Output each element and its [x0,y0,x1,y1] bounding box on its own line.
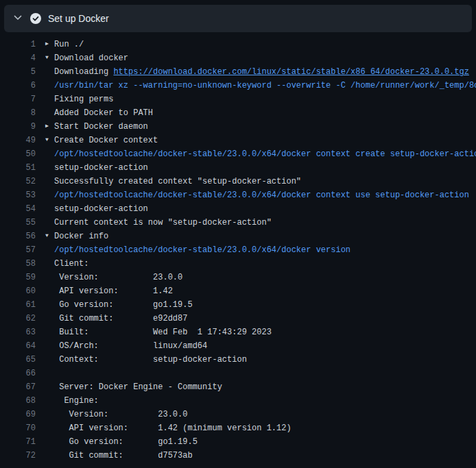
log-line: 67 Server: Docker Engine - Community [3,380,476,394]
line-number[interactable]: 69 [3,408,36,421]
log-text: Client: [36,257,476,271]
log-text: Version: 23.0.0 [36,271,476,284]
step-header-row[interactable]: Set up Docker [4,5,472,32]
log-text: Server: Docker Engine - Community [36,380,476,394]
log-line: 60 API version: 1.42 [3,284,476,298]
line-number[interactable]: 63 [3,325,36,339]
log-text-segment: API version: 1.42 (minimum version 1.12) [54,423,291,433]
line-number[interactable]: 5 [3,65,36,79]
log-line: 63 Built: Wed Feb 1 17:43:29 2023 [3,325,476,339]
log-text: Git commit: e92dd87 [36,312,476,325]
log-text-segment: setup-docker-action [54,204,148,214]
chevron-down-icon [12,12,23,25]
line-number[interactable]: 68 [3,394,36,408]
line-number[interactable]: 54 [3,202,36,216]
line-number[interactable]: 53 [3,188,36,202]
line-number[interactable]: 71 [3,435,36,449]
line-number[interactable]: 56 [3,230,36,243]
line-number[interactable]: 4 [3,51,36,65]
line-number[interactable]: 66 [3,367,36,380]
log-text: Downloading https://download.docker.com/… [36,65,476,79]
log-line: 50/opt/hostedtoolcache/docker-stable/23.… [3,147,476,161]
log-text-segment: Start Docker daemon [54,122,148,132]
log-command: /usr/bin/tar xz --warning=no-unknown-key… [54,81,476,90]
line-number[interactable]: 65 [3,353,36,367]
group-expanded-chevron-icon[interactable]: ▼ [45,134,54,147]
log-text: API version: 1.42 [36,284,476,298]
log-line: 62 Git commit: e92dd87 [3,312,476,325]
log-text: Go version: go1.19.5 [36,435,476,449]
line-number[interactable]: 55 [3,216,36,230]
log-line: 8Added Docker to PATH [3,106,476,120]
log-text: Current context is now "setup-docker-act… [36,216,476,230]
log-group-title[interactable]: ▶Run ./ [36,38,476,51]
log-scroll-area[interactable]: 1▶Run ./4▼Download docker5Downloading ht… [0,38,476,468]
log-text: Git commit: d7573ab [36,449,476,463]
log-link[interactable]: https://download.docker.com/linux/static… [113,67,468,77]
check-circle-icon [30,13,41,24]
line-number[interactable]: 58 [3,257,36,271]
log-text: Built: Wed Feb 1 17:43:29 2023 [36,325,476,339]
line-number[interactable]: 6 [3,79,36,93]
log-line: 64 OS/Arch: linux/amd64 [3,339,476,353]
line-number[interactable]: 60 [3,284,36,298]
log-text-segment: Git commit: d7573ab [54,451,193,460]
line-number[interactable]: 1 [3,38,36,51]
line-number[interactable]: 49 [3,134,36,147]
log-text [36,367,476,380]
log-line: 55Current context is now "setup-docker-a… [3,216,476,230]
log-text-segment: Engine: [54,396,99,406]
line-number[interactable]: 59 [3,271,36,284]
log-line: 7Fixing perms [3,93,476,106]
log-line: 54setup-docker-action [3,202,476,216]
line-number[interactable]: 67 [3,380,36,394]
group-expanded-chevron-icon[interactable]: ▼ [45,51,54,64]
group-collapsed-chevron-icon[interactable]: ▶ [45,38,54,51]
log-group-title[interactable]: ▼Download docker [36,51,476,65]
line-number[interactable]: 51 [3,161,36,175]
log-command: /opt/hostedtoolcache/docker-stable/23.0.… [54,190,469,200]
log-line: 1▶Run ./ [3,38,476,51]
log-text: /opt/hostedtoolcache/docker-stable/23.0.… [36,243,476,257]
log-text-segment: Go version: go1.19.5 [54,300,193,310]
line-number[interactable]: 72 [3,449,36,463]
line-number[interactable]: 62 [3,312,36,325]
line-number[interactable]: 57 [3,243,36,257]
log-line: 68 Engine: [3,394,476,408]
log-line: 4▼Download docker [3,51,476,65]
line-number[interactable]: 7 [3,93,36,106]
line-number[interactable]: 70 [3,421,36,435]
log-text: setup-docker-action [36,161,476,175]
log-text: OS/Arch: linux/amd64 [36,339,476,353]
log-text: /opt/hostedtoolcache/docker-stable/23.0.… [36,188,476,202]
log-line: 58Client: [3,257,476,271]
collapse-step-button[interactable] [12,13,23,24]
log-line: 69 Version: 23.0.0 [3,408,476,421]
line-number[interactable]: 9 [3,120,36,134]
log-line: 9▶Start Docker daemon [3,120,476,134]
log-line: 52Successfully created context "setup-do… [3,175,476,188]
log-group-title[interactable]: ▶Start Docker daemon [36,120,476,134]
group-collapsed-chevron-icon[interactable]: ▶ [45,120,54,133]
line-number[interactable]: 61 [3,298,36,312]
log-text: API version: 1.42 (minimum version 1.12) [36,421,476,435]
line-number[interactable]: 8 [3,106,36,120]
line-number[interactable]: 64 [3,339,36,353]
log-text: Added Docker to PATH [36,106,476,120]
log-line: 61 Go version: go1.19.5 [3,298,476,312]
line-number[interactable]: 50 [3,147,36,161]
group-expanded-chevron-icon[interactable]: ▼ [45,230,54,243]
log-text-segment: Built: Wed Feb 1 17:43:29 2023 [54,328,272,337]
log-group-title[interactable]: ▼Create Docker context [36,134,476,147]
line-number[interactable]: 52 [3,175,36,188]
log-text-segment: Run ./ [54,40,84,49]
log-line: 5Downloading https://download.docker.com… [3,65,476,79]
log-text-segment: Server: Docker Engine - Community [54,382,222,392]
log-text-segment: Successfully created context "setup-dock… [54,177,301,186]
log-text-segment: Added Docker to PATH [54,108,153,118]
log-command: /opt/hostedtoolcache/docker-stable/23.0.… [54,245,350,255]
log-group-title[interactable]: ▼Docker info [36,230,476,243]
log-text-segment: Download docker [54,53,128,63]
log-text: Fixing perms [36,93,476,106]
log-text: Successfully created context "setup-dock… [36,175,476,188]
